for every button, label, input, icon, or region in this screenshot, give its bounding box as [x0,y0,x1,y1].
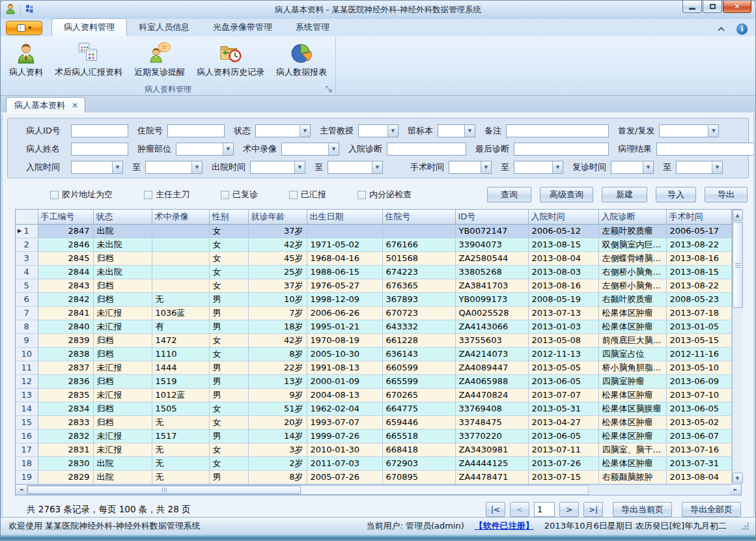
filter-input-row2-5[interactable] [514,143,609,156]
column-header-3[interactable]: 术中录像 [152,210,209,224]
table-row[interactable]: 162832未汇报1517男14岁1999-07-266655183377022… [16,429,731,443]
dropdown-arrow-icon[interactable]: ▼ [300,125,310,137]
maximize-button[interactable] [703,1,722,13]
close-button[interactable]: ✕ [723,1,751,13]
action-button-4[interactable]: 导入 [656,187,696,202]
horizontal-scroll-track[interactable] [27,485,589,495]
scroll-up-button[interactable]: ▲ [733,210,743,221]
tab-close-icon[interactable]: ✕ [72,102,78,109]
filter-input-row2-4[interactable] [387,143,466,156]
report-calendar-button[interactable]: 术后病人汇报资料 [49,38,128,83]
table-row[interactable]: 192829出院无男8岁2005-07-26670895ZA4478471201… [16,470,731,484]
scroll-right-button[interactable]: ► [730,485,741,495]
application-menu-button[interactable] [6,21,42,35]
column-header-4[interactable]: 性别 [209,210,248,224]
horizontal-scrollbar[interactable]: ◄ ► [16,484,741,495]
resize-grip-icon[interactable] [741,522,749,530]
first-page-button[interactable]: |< [486,502,505,517]
filter-combo-row3-7[interactable]: ▼ [611,161,654,174]
filter-combo-row3-2[interactable]: ▼ [145,161,203,174]
dropdown-arrow-icon[interactable]: ▼ [294,161,305,173]
action-button-3[interactable]: 新建 [602,187,647,202]
checkbox-2[interactable]: 主任主刀 [144,189,189,201]
filter-combo-row1-3[interactable]: ▼ [255,124,311,137]
minimize-button[interactable] [682,1,702,13]
dropdown-arrow-icon[interactable]: ▼ [712,161,722,173]
action-button-2[interactable]: 高级查询 [540,187,593,202]
prev-page-button[interactable]: < [510,502,529,517]
registered-link[interactable]: 【软件已注册】 [475,520,534,532]
filter-combo-row3-3[interactable]: ▼ [250,161,305,174]
next-page-button[interactable]: > [559,502,579,517]
scroll-left-button[interactable]: ◄ [16,485,27,495]
table-row[interactable]: 22846未出院女42岁1971-05-02676166339040732013… [16,238,731,251]
dropdown-arrow-icon[interactable]: ▼ [552,161,563,173]
dropdown-arrow-icon[interactable]: ▼ [191,161,202,173]
checkbox-5[interactable]: 内分泌检查 [357,189,412,201]
column-header-8[interactable]: ID号 [455,210,528,224]
column-header-6[interactable]: 出生日期 [307,210,382,224]
filter-combo-row3-4[interactable]: ▼ [328,161,383,174]
table-row[interactable]: 132835未汇报1012蓝男9岁2004-08-13670265ZA44708… [16,388,731,402]
info-icon[interactable]: i [736,23,748,35]
filter-input-row2-6[interactable] [656,143,755,156]
ribbon-tab-3[interactable]: 光盘录像带管理 [201,19,284,36]
column-header-9[interactable]: 入院时间 [528,210,598,224]
table-row[interactable]: 112837未汇报1444男22岁1991-08-13660599ZA40894… [16,361,731,374]
filter-input-row1-6[interactable] [506,124,609,137]
table-row[interactable]: 42844未出院女25岁1988-06-15674223338052682013… [16,265,731,279]
patient-button[interactable]: 病人资料 [3,38,49,83]
filter-combo-row1-5[interactable]: ▼ [438,124,475,137]
ribbon-tab-2[interactable]: 科室人员信息 [127,19,201,36]
scroll-down-button[interactable]: ▼ [733,473,743,484]
filter-combo-row3-6[interactable]: ▼ [514,161,563,174]
export-current-page-button[interactable]: 导出当前页 [613,502,672,517]
filter-combo-row1-7[interactable]: ▼ [659,124,719,137]
table-row[interactable]: 52843归档女37岁1976-05-27676365ZA38417032013… [16,279,731,292]
history-folder-button[interactable]: 病人资料历史记录 [191,38,270,83]
filter-combo-row1-4[interactable]: ▼ [358,124,399,137]
table-row[interactable]: 1▶2847出院女37岁YB00721472006-05-12左额叶胶质瘤200… [16,224,731,238]
table-row[interactable]: 172831未汇报无女3岁2010-01-30668418ZA343098120… [16,443,731,456]
dropdown-arrow-icon[interactable]: ▼ [112,161,122,173]
column-header-11[interactable]: 手术时间 [666,210,731,224]
table-row[interactable]: 182830出院无女2岁2011-07-03672903ZA4444125201… [16,456,731,470]
action-button-1[interactable]: 查询 [487,187,531,202]
vertical-scroll-thumb[interactable] [733,222,743,308]
page-number-input[interactable] [534,502,555,517]
quick-access-icon[interactable] [25,4,35,16]
dropdown-arrow-icon[interactable]: ▼ [372,161,382,173]
tab-patient-basic-info[interactable]: 病人基本资料 ✕ [6,97,85,113]
action-button-5[interactable]: 导出 [705,187,748,202]
table-row[interactable]: 92839归档1472女42岁1970-08-19661228337556032… [16,333,731,347]
last-page-button[interactable]: >| [583,502,603,517]
table-row[interactable]: 102838归档1110女8岁2005-10-30636143ZA4214073… [16,347,731,361]
column-header-2[interactable]: 状态 [93,210,152,224]
filter-input-row2-1[interactable] [71,143,128,156]
table-row[interactable]: 72841未汇报1036蓝男7岁2006-06-26670723QA002552… [16,306,731,320]
filter-combo-row3-1[interactable]: ▼ [71,161,123,174]
dropdown-arrow-icon[interactable]: ▼ [643,161,653,173]
ribbon-tab-4[interactable]: 系统管理 [284,19,341,36]
filter-combo-row2-2[interactable]: ▼ [176,143,234,156]
filter-combo-row3-8[interactable]: ▼ [676,161,723,174]
table-row[interactable]: 122836归档1519男13岁2000-01-09665599ZA406598… [16,374,731,388]
dropdown-arrow-icon[interactable]: ▼ [223,143,233,155]
checkbox-3[interactable]: 已复诊 [221,189,258,201]
vertical-scrollbar[interactable]: ▲ ▼ [732,210,743,484]
column-header-5[interactable]: 就诊年龄 [248,210,307,224]
dialog-launcher-icon[interactable] [325,85,333,93]
filter-combo-row2-3[interactable]: ▼ [281,143,339,156]
filter-input-row1-2[interactable] [167,124,225,137]
table-row[interactable]: 152833归档无女20岁1993-07-0765944633748475201… [16,415,731,429]
table-row[interactable]: 82840未汇报有男18岁1995-01-21643332ZA414306620… [16,320,731,333]
filter-input-row1-1[interactable] [71,124,128,137]
dropdown-arrow-icon[interactable]: ▼ [328,143,339,155]
dropdown-arrow-icon[interactable]: ▼ [481,161,491,173]
horizontal-scroll-thumb[interactable] [27,486,301,494]
checkbox-4[interactable]: 已汇报 [289,189,326,201]
column-header-7[interactable]: 住院号 [382,210,455,224]
column-header-10[interactable]: 入院诊断 [598,210,666,224]
filter-combo-row3-5[interactable]: ▼ [449,161,492,174]
dropdown-arrow-icon[interactable]: ▼ [387,125,398,137]
